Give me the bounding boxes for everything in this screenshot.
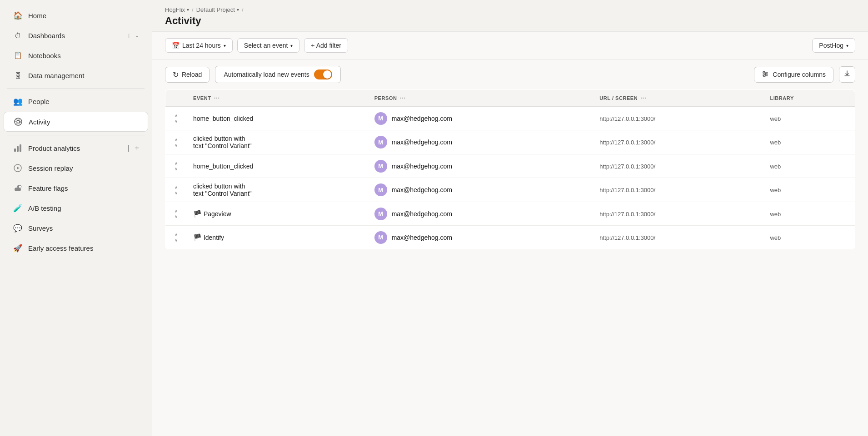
row-person-cell: M max@hedgehog.com [368, 226, 594, 249]
configure-columns-label: Configure columns [773, 71, 826, 78]
person-email[interactable]: max@hedgehog.com [392, 163, 452, 170]
row-person-cell: M max@hedgehog.com [368, 130, 594, 154]
event-col-menu-icon[interactable]: ··· [214, 94, 219, 102]
th-expand [165, 90, 187, 107]
table-row[interactable]: ∧∨🏴 Pageview M max@hedgehog.com http://1… [165, 202, 855, 226]
person-email[interactable]: max@hedgehog.com [392, 139, 452, 146]
sidebar-item-feature-flags[interactable]: Feature flags [4, 178, 148, 198]
event-filter-label: Select an event [244, 42, 288, 49]
sidebar-item-ab-testing-label: A/B testing [28, 204, 139, 212]
person-email[interactable]: max@hedgehog.com [392, 115, 452, 122]
sidebar-item-surveys-label: Surveys [28, 224, 139, 232]
time-filter-button[interactable]: 📅 Last 24 hours ▾ [165, 38, 233, 53]
url-value: http://127.0.0.1:3000/ [599, 234, 655, 241]
download-button[interactable] [839, 66, 855, 83]
expand-arrows[interactable]: ∧∨ [172, 111, 180, 125]
breadcrumb-project[interactable]: Default Project ▾ [196, 6, 239, 13]
sidebar-item-notebooks[interactable]: 📋 Notebooks [4, 46, 148, 65]
sidebar-item-people[interactable]: 👥 People [4, 92, 148, 111]
breadcrumb-org-chevron: ▾ [187, 7, 189, 12]
early-access-icon: 🚀 [13, 243, 23, 253]
person-email[interactable]: max@hedgehog.com [392, 210, 452, 218]
sidebar-item-data-management-label: Data management [28, 72, 139, 79]
configure-columns-button[interactable]: Configure columns [754, 67, 833, 83]
sidebar-item-dashboards-label: Dashboards [28, 32, 123, 40]
sidebar-item-early-access[interactable]: 🚀 Early access features [4, 238, 148, 258]
event-col-label: EVENT [193, 95, 211, 101]
table-body: ∧∨home_button_clicked M max@hedgehog.com… [165, 107, 855, 249]
activity-icon [13, 117, 23, 127]
row-url-cell: http://127.0.0.1:3000/ [593, 226, 763, 249]
row-library-cell: web [763, 154, 855, 178]
posthog-filter-button[interactable]: PostHog ▾ [812, 38, 855, 53]
expand-arrows[interactable]: ∧∨ [172, 230, 180, 244]
sidebar-item-data-management[interactable]: 🗄 Data management [4, 66, 148, 85]
add-filter-button[interactable]: + Add filter [304, 38, 348, 53]
row-expand-cell: ∧∨ [165, 130, 187, 154]
person-email[interactable]: max@hedgehog.com [392, 186, 452, 193]
product-analytics-add-button[interactable]: + [135, 144, 139, 152]
auto-load-pill: Automatically load new events [215, 66, 340, 83]
main-content: HogFlix ▾ / Default Project ▾ / Activity… [152, 0, 868, 436]
breadcrumb-project-label: Default Project [196, 6, 235, 13]
breadcrumb-org[interactable]: HogFlix ▾ [165, 6, 189, 13]
url-col-menu-icon[interactable]: ··· [640, 94, 646, 102]
event-filter-button[interactable]: Select an event ▾ [237, 38, 300, 53]
person-cell-inner: M max@hedgehog.com [374, 136, 587, 149]
expand-arrows[interactable]: ∧∨ [172, 207, 180, 221]
calendar-icon: 📅 [172, 42, 180, 49]
breadcrumb-sep-2: / [242, 6, 244, 13]
table-row[interactable]: ∧∨🏴 Identify M max@hedgehog.com http://1… [165, 226, 855, 249]
sidebar-item-surveys[interactable]: 💬 Surveys [4, 218, 148, 238]
sidebar-item-ab-testing[interactable]: 🧪 A/B testing [4, 198, 148, 218]
product-analytics-icon [13, 143, 23, 153]
row-event-cell: 🏴 Pageview [187, 202, 368, 226]
sidebar-item-session-replay[interactable]: Session replay [4, 159, 148, 178]
person-email[interactable]: max@hedgehog.com [392, 234, 452, 241]
page-header: HogFlix ▾ / Default Project ▾ / Activity [152, 0, 868, 32]
sidebar-item-dashboards[interactable]: ⏱ Dashboards | ⌄ [4, 26, 148, 45]
person-col-menu-icon[interactable]: ··· [399, 94, 405, 102]
data-management-icon: 🗄 [13, 70, 23, 80]
avatar: M [374, 208, 387, 220]
svg-point-15 [765, 73, 767, 75]
avatar: M [374, 112, 387, 125]
sliders-icon [762, 70, 769, 79]
breadcrumb-sep-1: / [192, 6, 194, 13]
expand-arrows[interactable]: ∧∨ [172, 183, 180, 197]
add-filter-label: + Add filter [311, 42, 341, 49]
posthog-filter-label: PostHog [819, 42, 843, 49]
th-event: EVENT ··· [187, 90, 368, 107]
product-analytics-add-icon[interactable]: | [128, 144, 130, 152]
table-row[interactable]: ∧∨clicked button with text "Control Vari… [165, 130, 855, 154]
person-cell-inner: M max@hedgehog.com [374, 183, 587, 196]
auto-load-toggle[interactable] [314, 69, 332, 79]
table-row[interactable]: ∧∨clicked button with text "Control Vari… [165, 178, 855, 202]
row-library-cell: web [763, 130, 855, 154]
svg-point-1 [17, 120, 20, 123]
sidebar-item-activity[interactable]: Activity [4, 112, 148, 132]
row-url-cell: http://127.0.0.1:3000/ [593, 202, 763, 226]
library-value: web [770, 234, 781, 241]
person-cell-inner: M max@hedgehog.com [374, 112, 587, 125]
row-event-cell: 🏴 Identify [187, 226, 368, 249]
expand-arrows[interactable]: ∧∨ [172, 159, 180, 173]
row-person-cell: M max@hedgehog.com [368, 107, 594, 130]
avatar: M [374, 160, 387, 173]
person-cell-inner: M max@hedgehog.com [374, 160, 587, 173]
reload-button[interactable]: ↻ Reload [165, 67, 210, 83]
posthog-chevron: ▾ [846, 43, 848, 48]
row-library-cell: web [763, 178, 855, 202]
person-cell-inner: M max@hedgehog.com [374, 208, 587, 220]
sidebar-item-product-analytics[interactable]: Product analytics | + [4, 139, 148, 158]
row-url-cell: http://127.0.0.1:3000/ [593, 178, 763, 202]
sidebar-item-home[interactable]: 🏠 Home [4, 6, 148, 25]
breadcrumb: HogFlix ▾ / Default Project ▾ / [165, 6, 855, 13]
surveys-icon: 💬 [13, 223, 23, 233]
table-row[interactable]: ∧∨home_button_clicked M max@hedgehog.com… [165, 107, 855, 130]
th-library: LIBRARY [763, 90, 855, 107]
toggle-knob [323, 70, 331, 79]
table-row[interactable]: ∧∨home_button_clicked M max@hedgehog.com… [165, 154, 855, 178]
expand-arrows[interactable]: ∧∨ [172, 135, 180, 149]
breadcrumb-org-label: HogFlix [165, 6, 185, 13]
